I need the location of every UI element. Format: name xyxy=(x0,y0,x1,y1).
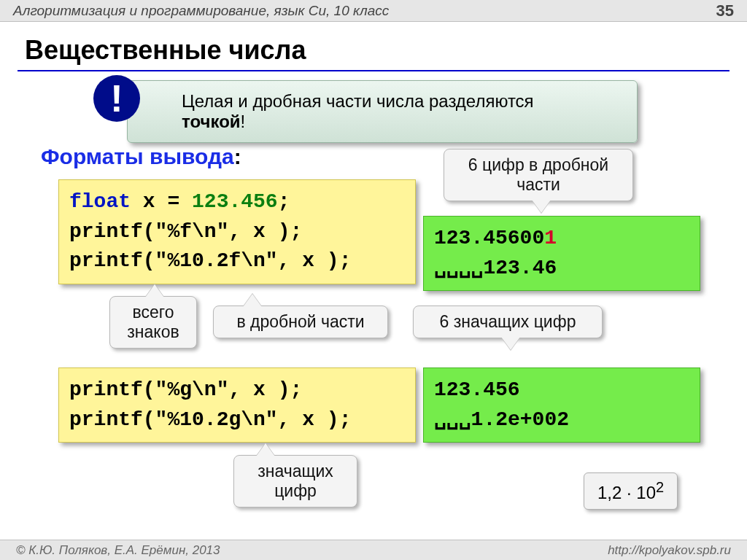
subheading: Форматы вывода: xyxy=(41,144,241,169)
slide-footer: © К.Ю. Поляков, Е.А. Ерёмин, 2013 http:/… xyxy=(0,540,747,560)
speech-tail-icon xyxy=(532,200,551,213)
callout-note: Целая и дробная части числа разделяются … xyxy=(127,80,638,143)
speech-six-frac-l1: 6 цифр в дробной xyxy=(468,155,608,174)
speech-in-frac: в дробной части xyxy=(213,306,388,338)
footer-authors: © К.Ю. Поляков, Е.А. Ерёмин, 2013 xyxy=(16,543,220,558)
exclamation-icon: ! xyxy=(93,75,140,122)
callout-text-1: Целая и дробная части числа разделяются xyxy=(182,91,534,111)
out2-spaces: ␣␣␣ xyxy=(434,408,471,431)
output-block-1: 123.456001 ␣␣␣␣123.46 xyxy=(423,216,700,291)
info-sci-a: 1,2 · 10 xyxy=(597,483,656,502)
out1-spaces: ␣␣␣␣ xyxy=(434,257,483,279)
out1-l1b: 1 xyxy=(544,227,557,249)
speech-six-frac-l2: части xyxy=(516,175,560,194)
speech-six-sig: 6 значащих цифр xyxy=(413,306,603,338)
code1-var: x = xyxy=(131,190,192,213)
code-block-1: float x = 123.456; printf("%f\n", x ); p… xyxy=(58,179,416,284)
code1-number: 123.456 xyxy=(192,190,278,213)
code1-tail: ; xyxy=(278,190,290,213)
info-sci-sup: 2 xyxy=(656,479,664,495)
subheading-text: Форматы вывода xyxy=(41,144,234,168)
callout-exclaim: ! xyxy=(241,112,246,131)
code1-line2: printf("%f\n", x ); xyxy=(69,220,302,243)
speech-six-frac: 6 цифр в дробной части xyxy=(444,149,633,201)
slide-header: Алгоритмизация и программирование, язык … xyxy=(0,0,747,22)
output-block-2: 123.456 ␣␣␣1.2e+002 xyxy=(423,368,700,443)
speech-tail-icon xyxy=(501,337,520,350)
slide-number: 35 xyxy=(716,1,734,20)
speech-tail-icon xyxy=(145,284,164,298)
code2-line2: printf("%10.2g\n", x ); xyxy=(69,408,351,431)
code1-keyword: float xyxy=(69,190,131,213)
speech-sig: значащих цифр xyxy=(233,455,357,508)
slide-subject: Алгоритмизация и программирование, язык … xyxy=(13,3,389,19)
code-block-2: printf("%g\n", x ); printf("%10.2g\n", x… xyxy=(58,368,416,443)
speech-total-l1: всего xyxy=(133,303,174,322)
page-title: Вещественные числа xyxy=(25,35,306,66)
code1-line3: printf("%10.2f\n", x ); xyxy=(69,249,351,272)
speech-total-l2: знаков xyxy=(127,322,179,341)
speech-total: всего знаков xyxy=(109,296,197,349)
speech-in-frac-text: в дробной части xyxy=(236,312,364,331)
speech-sig-l2: цифр xyxy=(274,481,317,500)
out2-l1: 123.456 xyxy=(434,378,520,401)
info-sci-notation: 1,2 · 102 xyxy=(584,472,678,510)
speech-tail-icon xyxy=(243,294,262,307)
speech-six-sig-text: 6 значащих цифр xyxy=(440,312,576,331)
footer-url: http://kpolyakov.spb.ru xyxy=(608,543,731,558)
code2-line1: printf("%g\n", x ); xyxy=(69,378,302,401)
out1-l1a: 123.45600 xyxy=(434,227,544,249)
title-underline xyxy=(18,70,729,71)
speech-sig-l1: значащих xyxy=(258,462,333,481)
subheading-colon: : xyxy=(234,144,241,168)
out2-l2: 1.2e+002 xyxy=(471,408,569,431)
out1-l2: 123.46 xyxy=(483,257,557,279)
speech-tail-icon xyxy=(256,443,275,456)
callout-strong: точкой xyxy=(182,112,241,131)
